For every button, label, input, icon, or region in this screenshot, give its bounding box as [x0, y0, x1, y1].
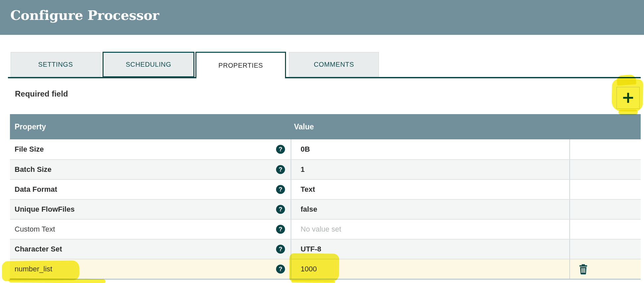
required-field-label: Required field: [15, 89, 68, 99]
property-value: UTF-8: [301, 245, 321, 253]
property-name-cell: Character Set ?: [10, 240, 291, 259]
table-row: Character Set ? UTF-8: [10, 239, 641, 259]
table-header: Property Value: [10, 114, 641, 139]
property-value: Text: [301, 185, 315, 194]
table-row: Batch Size ? 1: [10, 159, 641, 179]
help-icon[interactable]: ?: [276, 265, 285, 274]
property-name-cell: Unique FlowFiles ?: [10, 200, 291, 219]
trash-icon[interactable]: [579, 264, 588, 274]
row-actions-cell: [569, 139, 641, 159]
property-value-cell[interactable]: 1: [291, 160, 569, 179]
table-row: Unique FlowFiles ? false: [10, 199, 641, 219]
row-actions-cell: [569, 160, 641, 179]
property-name-cell: Custom Text ?: [10, 220, 291, 239]
row-actions-cell: [569, 180, 641, 199]
property-value-cell[interactable]: 0B: [291, 139, 569, 159]
table-row: Custom Text ? No value set: [10, 219, 641, 239]
table-row: File Size ? 0B: [10, 139, 641, 159]
property-value-cell[interactable]: UTF-8: [291, 240, 569, 259]
table-row: number_list ? 1000: [10, 259, 641, 279]
tab-comments[interactable]: COMMENTS: [289, 52, 379, 77]
column-header-property: Property: [15, 114, 46, 139]
property-value: 1: [301, 165, 305, 174]
row-actions-cell: [569, 200, 641, 219]
help-icon[interactable]: ?: [276, 225, 285, 234]
property-name: File Size: [15, 145, 44, 154]
dialog-header: Configure Processor: [0, 0, 644, 35]
property-name: Batch Size: [15, 165, 51, 174]
property-value: 0B: [301, 145, 310, 154]
property-value: No value set: [301, 225, 341, 234]
highlight-property-value-tail: [291, 280, 335, 283]
tab-settings-label: SETTINGS: [38, 61, 73, 68]
row-actions-cell: [569, 220, 641, 239]
property-value-cell[interactable]: No value set: [291, 220, 569, 239]
property-value: false: [301, 205, 317, 214]
row-actions-cell: [569, 259, 641, 279]
help-icon[interactable]: ?: [276, 205, 285, 214]
properties-table: Property Value File Size ? 0B: [10, 114, 641, 280]
dialog-title: Configure Processor: [10, 7, 159, 23]
row-actions-cell: [569, 240, 641, 259]
tab-scheduling[interactable]: SCHEDULING: [103, 52, 194, 77]
tab-properties[interactable]: PROPERTIES: [195, 52, 286, 78]
table-row: Data Format ? Text: [10, 179, 641, 199]
help-icon[interactable]: ?: [276, 245, 285, 254]
tab-properties-label: PROPERTIES: [218, 62, 263, 69]
property-value: 1000: [301, 265, 317, 273]
property-value-cell[interactable]: Text: [291, 180, 569, 199]
tab-comments-label: COMMENTS: [314, 61, 354, 68]
property-name-cell: Batch Size ?: [10, 160, 291, 179]
table-body: File Size ? 0B Batch Size: [10, 139, 641, 280]
property-name: number_list: [15, 265, 52, 273]
property-value-cell[interactable]: 1000: [291, 259, 569, 279]
property-name-cell: number_list ?: [10, 259, 291, 279]
help-icon[interactable]: ?: [276, 165, 285, 174]
property-name-cell: File Size ?: [10, 139, 291, 159]
property-name-cell: Data Format ?: [10, 180, 291, 199]
property-name: Custom Text: [15, 225, 55, 234]
property-value-cell[interactable]: false: [291, 200, 569, 219]
property-name: Character Set: [15, 245, 62, 253]
tab-scheduling-label: SCHEDULING: [126, 61, 171, 68]
highlight-add-button-bump: [616, 74, 636, 86]
property-name: Data Format: [15, 185, 57, 194]
help-icon[interactable]: ?: [276, 145, 285, 154]
tab-settings[interactable]: SETTINGS: [11, 52, 101, 77]
property-name: Unique FlowFiles: [15, 205, 75, 214]
add-property-button[interactable]: +: [616, 87, 640, 109]
plus-icon: +: [621, 89, 635, 105]
column-header-value: Value: [294, 114, 314, 139]
help-icon[interactable]: ?: [276, 185, 285, 194]
